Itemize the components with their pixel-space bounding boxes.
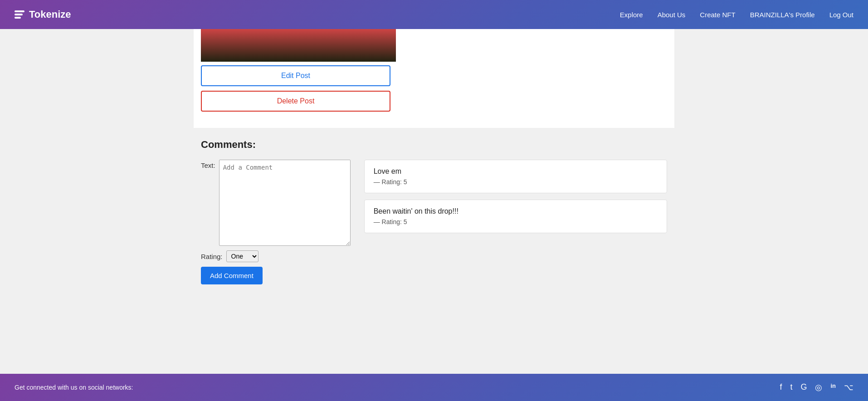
footer: Get connected with us on social networks… <box>0 374 868 401</box>
comment-card-1: Love em — Rating: 5 <box>364 160 667 193</box>
rating-label: Rating: <box>201 253 223 260</box>
add-comment-button[interactable]: Add Comment <box>201 267 263 284</box>
comments-layout: Text: Rating: One Two Three Four Five Ad… <box>201 160 667 284</box>
comment-rating-1: — Rating: 5 <box>374 178 658 186</box>
comment-text-2: Been waitin' on this drop!!! <box>374 207 658 215</box>
edit-post-button[interactable]: Edit Post <box>201 65 390 86</box>
linkedin-icon[interactable]: in <box>830 382 836 392</box>
social-icons: f t G ◎ in ⌥ <box>780 382 853 392</box>
text-label-row: Text: <box>201 160 351 246</box>
post-actions: Edit Post Delete Post <box>194 62 398 119</box>
rating-row: Rating: One Two Three Four Five <box>201 250 351 262</box>
nav-about-us[interactable]: About Us <box>658 11 686 19</box>
instagram-icon[interactable]: ◎ <box>815 382 822 392</box>
nav: Explore About Us Create NFT BRAINZILLA's… <box>620 11 853 19</box>
content-card: Edit Post Delete Post <box>194 29 674 128</box>
comment-form: Text: Rating: One Two Three Four Five Ad… <box>201 160 351 284</box>
delete-post-button[interactable]: Delete Post <box>201 91 390 112</box>
nav-explore[interactable]: Explore <box>620 11 643 19</box>
logo-text: Tokenize <box>29 9 71 20</box>
rating-select[interactable]: One Two Three Four Five <box>226 250 258 262</box>
comment-textarea[interactable] <box>219 160 351 246</box>
nav-profile[interactable]: BRAINZILLA's Profile <box>750 11 815 19</box>
footer-connect-text: Get connected with us on social networks… <box>15 384 133 391</box>
twitter-icon[interactable]: t <box>790 382 792 392</box>
text-label: Text: <box>201 160 215 169</box>
logo-icon <box>15 10 24 19</box>
nav-create-nft[interactable]: Create NFT <box>700 11 735 19</box>
google-icon[interactable]: G <box>800 382 807 392</box>
main-wrapper: Edit Post Delete Post Comments: Text: Ra… <box>0 29 868 374</box>
logo: Tokenize <box>15 9 71 20</box>
comments-section: Comments: Text: Rating: One Two Three Fo… <box>194 128 674 295</box>
comments-title: Comments: <box>201 139 667 151</box>
github-icon[interactable]: ⌥ <box>844 382 853 392</box>
comment-rating-2: — Rating: 5 <box>374 218 658 225</box>
nav-logout[interactable]: Log Out <box>829 11 853 19</box>
header: Tokenize Explore About Us Create NFT BRA… <box>0 0 868 29</box>
post-image <box>201 29 396 62</box>
existing-comments: Love em — Rating: 5 Been waitin' on this… <box>364 160 667 233</box>
comment-card-2: Been waitin' on this drop!!! — Rating: 5 <box>364 200 667 233</box>
facebook-icon[interactable]: f <box>780 382 782 392</box>
comment-text-1: Love em <box>374 167 658 176</box>
